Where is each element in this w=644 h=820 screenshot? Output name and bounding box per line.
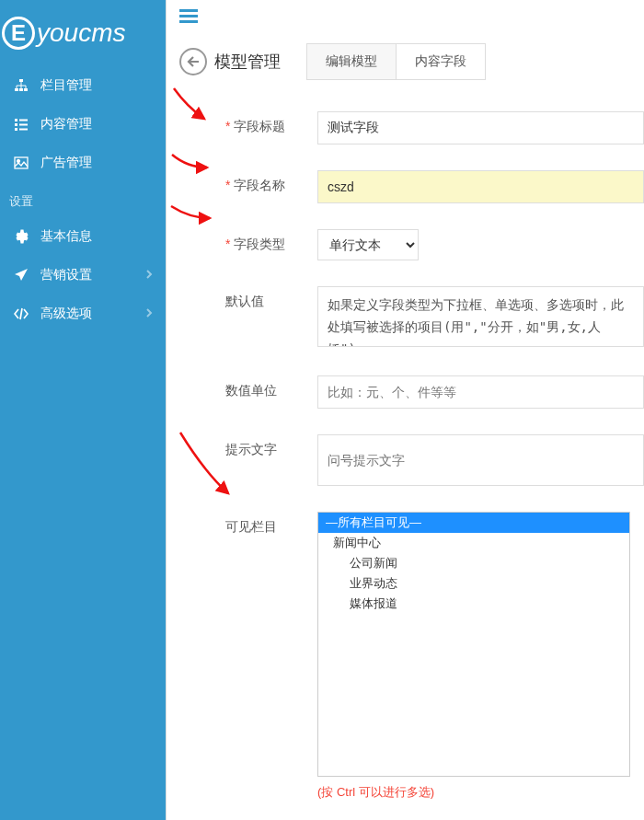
listbox-item-news[interactable]: 新闻中心 [318, 533, 629, 553]
svg-rect-8 [15, 128, 17, 131]
unit-input[interactable] [317, 375, 644, 409]
tabs: 编辑模型 内容字段 [306, 43, 486, 80]
sidebar-item-label: 广告管理 [40, 155, 92, 171]
svg-rect-5 [19, 120, 28, 121]
chevron-right-icon [145, 306, 153, 321]
svg-rect-12 [179, 9, 198, 12]
svg-rect-0 [19, 79, 23, 82]
default-value-label: 默认值 [225, 294, 264, 308]
list-icon [13, 117, 29, 132]
ctrl-hint: (按 Ctrl 可以进行多选) [317, 784, 644, 801]
svg-rect-4 [15, 119, 17, 121]
sidebar-item-advanced[interactable]: 高级选项 [0, 295, 166, 333]
svg-rect-13 [179, 15, 198, 17]
send-icon [13, 268, 29, 283]
sidebar-item-label: 内容管理 [40, 116, 92, 133]
field-name-label: 字段名称 [234, 178, 285, 192]
sidebar-item-catalog[interactable]: 栏目管理 [0, 66, 166, 105]
image-icon [13, 156, 29, 170]
svg-rect-7 [19, 124, 28, 126]
sidebar-item-content[interactable]: 内容管理 [0, 105, 166, 144]
chevron-right-icon [145, 268, 153, 283]
listbox-item-media[interactable]: 媒体报道 [318, 594, 629, 614]
sidebar: Eyoucms 栏目管理 内容管理 广告管理 设置 基本信息 营销设置 [0, 0, 166, 820]
field-type-select[interactable]: 单行文本 [317, 229, 419, 260]
sidebar-item-label: 高级选项 [40, 306, 92, 322]
svg-rect-9 [19, 129, 28, 131]
svg-point-11 [17, 160, 20, 163]
field-title-input[interactable] [317, 111, 644, 144]
svg-rect-1 [15, 88, 18, 91]
svg-rect-10 [15, 157, 28, 168]
tab-edit-model[interactable]: 编辑模型 [307, 44, 397, 79]
main-content: 模型管理 编辑模型 内容字段 *字段标题 *字段名称 *字段类型 单行文本 默认… [166, 0, 644, 820]
sidebar-item-label: 营销设置 [40, 267, 92, 283]
svg-rect-6 [15, 123, 17, 126]
listbox-item-company[interactable]: 公司新闻 [318, 553, 629, 573]
visible-columns-listbox[interactable]: —所有栏目可见— 新闻中心 公司新闻 业界动态 媒体报道 [317, 512, 630, 777]
unit-label: 数值单位 [225, 383, 277, 398]
field-name-input[interactable] [317, 170, 644, 203]
visible-label: 可见栏目 [225, 519, 277, 534]
sidebar-item-ad[interactable]: 广告管理 [0, 144, 166, 182]
hint-label: 提示文字 [225, 442, 277, 456]
svg-rect-2 [19, 88, 23, 91]
back-button[interactable] [179, 48, 207, 75]
logo-icon: E [2, 17, 35, 50]
sidebar-item-basic[interactable]: 基本信息 [0, 217, 166, 256]
code-icon [13, 306, 29, 321]
gear-icon [13, 229, 29, 244]
logo: Eyoucms [0, 0, 166, 66]
field-type-label: 字段类型 [234, 237, 285, 251]
sidebar-section-settings: 设置 [0, 182, 166, 217]
default-value-textarea[interactable]: 如果定义字段类型为下拉框、单选项、多选项时，此处填写被选择的项目(用","分开，… [317, 286, 644, 347]
field-title-label: 字段标题 [234, 119, 285, 133]
sidebar-item-label: 栏目管理 [40, 77, 92, 94]
listbox-item-industry[interactable]: 业界动态 [318, 573, 629, 594]
page-title: 模型管理 [214, 51, 281, 73]
hamburger-icon[interactable] [179, 12, 198, 27]
sidebar-item-label: 基本信息 [40, 228, 92, 245]
svg-rect-3 [24, 88, 28, 91]
tab-content-fields[interactable]: 内容字段 [397, 44, 485, 79]
listbox-item-all[interactable]: —所有栏目可见— [318, 513, 629, 533]
svg-rect-14 [179, 20, 198, 23]
page-header: 模型管理 编辑模型 内容字段 [167, 34, 644, 93]
sitemap-icon [13, 78, 29, 93]
form: *字段标题 *字段名称 *字段类型 单行文本 默认值 如果定义字段类型为下拉框、… [167, 93, 644, 820]
hint-input[interactable] [317, 434, 644, 486]
sidebar-item-marketing[interactable]: 营销设置 [0, 256, 166, 295]
